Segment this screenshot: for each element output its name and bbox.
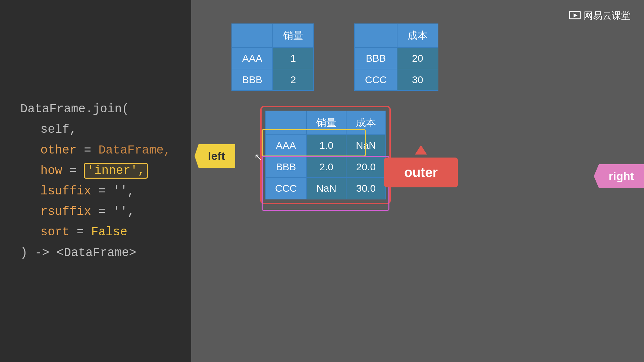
code-other-keyword: other: [41, 143, 77, 157]
right-panel: 网易云课堂 销量 AAA 1 BBB 2 成本 BBB: [191, 0, 644, 362]
code-line8: ) -> <DataFrame>: [20, 246, 137, 260]
result-row3-cost: 30.0: [346, 178, 386, 199]
outer-arrow-indicator: [415, 145, 427, 155]
result-table-wrapper: 销量 成本 AAA 1.0 NaN BBB 2.0 20.0 CCC NaN 3…: [265, 111, 386, 199]
code-line5: lsuffix = '',: [20, 181, 171, 201]
code-line3: other = DataFrame,: [20, 140, 171, 161]
right-table-header-cost: 成本: [397, 24, 438, 48]
code-block: DataFrame.join( self, other = DataFrame,…: [20, 99, 171, 263]
svg-marker-1: [574, 13, 578, 17]
result-row1-cost: NaN: [346, 135, 386, 156]
result-row1-sales: 1.0: [307, 135, 346, 156]
left-source-table: 销量 AAA 1 BBB 2: [231, 23, 314, 91]
code-line4: how = 'inner',: [20, 161, 171, 181]
code-dataframe: DataFrame,: [98, 143, 171, 157]
code-sort-value: False: [91, 225, 127, 239]
code-sort-keyword: sort: [41, 225, 69, 239]
code-line6: rsuffix = '',: [20, 201, 171, 222]
right-table-row2-cost: 30: [397, 69, 438, 90]
watermark: 网易云课堂: [569, 9, 631, 22]
right-table-row1-index: BBB: [355, 48, 397, 69]
right-table-header-empty: [355, 24, 397, 48]
outer-label: outer: [384, 158, 458, 187]
code-how-keyword: how: [41, 164, 62, 178]
left-table-row2-index: BBB: [232, 69, 273, 90]
right-source-table: 成本 BBB 20 CCC 30: [354, 23, 438, 91]
code-line2: self,: [20, 119, 171, 140]
result-row2-cost: 20.0: [346, 156, 386, 178]
result-table: 销量 成本 AAA 1.0 NaN BBB 2.0 20.0 CCC NaN 3…: [265, 111, 386, 199]
result-area: 销量 成本 AAA 1.0 NaN BBB 2.0 20.0 CCC NaN 3…: [211, 111, 631, 201]
result-header-sales: 销量: [307, 111, 346, 135]
code-line1: DataFrame.join(: [20, 102, 129, 116]
left-table-header-empty: [232, 24, 273, 48]
watermark-icon: [569, 11, 581, 21]
watermark-text: 网易云课堂: [584, 9, 631, 22]
right-table-row2-index: CCC: [355, 69, 397, 90]
left-table-row1-index: AAA: [232, 48, 273, 69]
result-header-empty: [265, 111, 307, 135]
result-header-cost: 成本: [346, 111, 386, 135]
left-panel: DataFrame.join( self, other = DataFrame,…: [0, 0, 191, 362]
result-row2-index: BBB: [265, 156, 307, 178]
left-table-header-sales: 销量: [273, 24, 314, 48]
result-row1-index: AAA: [265, 135, 307, 156]
right-label: right: [594, 164, 644, 188]
left-label: left: [195, 144, 235, 168]
code-rsuffix-value: '',: [113, 205, 135, 219]
top-tables: 销量 AAA 1 BBB 2 成本 BBB 20 CCC 30: [231, 23, 438, 91]
result-row2-sales: 2.0: [307, 156, 346, 178]
left-table-row2-sales: 2: [273, 69, 314, 90]
code-lsuffix-value: '',: [113, 184, 135, 198]
result-row3-sales: NaN: [307, 178, 346, 199]
result-row3-index: CCC: [265, 178, 307, 199]
code-lsuffix-keyword: lsuffix: [41, 184, 91, 198]
code-line7: sort = False: [20, 222, 171, 242]
code-rsuffix-keyword: rsuffix: [41, 205, 91, 219]
code-how-value: 'inner',: [84, 163, 148, 179]
right-table-row1-cost: 20: [397, 48, 438, 69]
left-table-row1-sales: 1: [273, 48, 314, 69]
